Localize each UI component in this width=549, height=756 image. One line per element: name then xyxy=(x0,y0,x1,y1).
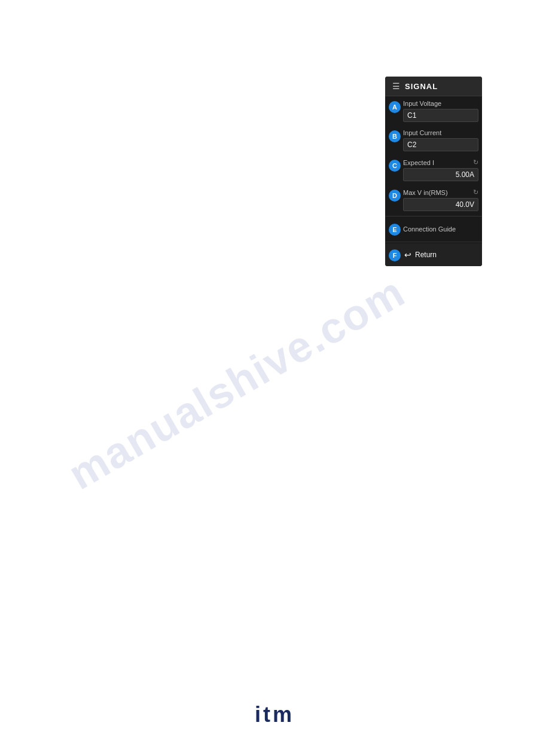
return-label: Return xyxy=(415,251,437,259)
row-b-label-text: Input Current xyxy=(403,129,441,136)
row-c-content: Expected I ↻ 5.00A xyxy=(403,158,478,181)
badge-d: D xyxy=(389,190,401,202)
refresh-icon-c[interactable]: ↻ xyxy=(473,158,478,166)
refresh-icon-d[interactable]: ↻ xyxy=(473,188,478,196)
row-expected-i: C Expected I ↻ 5.00A xyxy=(385,155,482,185)
row-c-input[interactable]: 5.00A xyxy=(403,168,478,181)
row-d-content: Max V in(RMS) ↻ 40.0V xyxy=(403,188,478,211)
divider-2 xyxy=(385,242,482,242)
badge-a: A xyxy=(389,101,401,113)
row-max-v: D Max V in(RMS) ↻ 40.0V xyxy=(385,185,482,215)
itm-logo: itm xyxy=(255,702,294,727)
badge-c: C xyxy=(389,160,401,172)
row-return[interactable]: F ↩ Return xyxy=(385,243,482,266)
row-input-voltage: A Input Voltage C1 xyxy=(385,96,482,126)
row-b-content: Input Current C2 xyxy=(403,129,478,151)
row-b-input[interactable]: C2 xyxy=(403,138,478,151)
watermark: manualshive.com xyxy=(60,267,413,499)
panel-header-title: SIGNAL xyxy=(405,82,438,91)
row-a-content: Input Voltage C1 xyxy=(403,100,478,122)
panel-header: ☰ SIGNAL xyxy=(385,77,482,96)
row-a-label: Input Voltage xyxy=(403,100,478,107)
row-input-current: B Input Current C2 xyxy=(385,126,482,155)
row-a-input[interactable]: C1 xyxy=(403,109,478,122)
row-b-label: Input Current xyxy=(403,129,478,136)
badge-e: E xyxy=(389,224,401,236)
panel-header-icon: ☰ xyxy=(392,81,400,91)
row-c-label-text: Expected I xyxy=(403,159,434,166)
signal-panel: ☰ SIGNAL A Input Voltage C1 B Input Curr… xyxy=(385,77,482,266)
row-connection-guide[interactable]: E Connection Guide xyxy=(385,218,482,240)
row-a-label-text: Input Voltage xyxy=(403,100,441,107)
page-content: manualshive.com ☰ SIGNAL A Input Voltage… xyxy=(0,0,549,756)
row-d-label: Max V in(RMS) ↻ xyxy=(403,188,478,196)
badge-f: F xyxy=(389,249,401,261)
row-d-input[interactable]: 40.0V xyxy=(403,198,478,211)
divider xyxy=(385,216,482,217)
connection-guide-label: Connection Guide xyxy=(403,225,456,233)
return-icon: ↩ xyxy=(404,250,411,260)
badge-b: B xyxy=(389,130,401,142)
row-c-label: Expected I ↻ xyxy=(403,158,478,166)
row-d-label-text: Max V in(RMS) xyxy=(403,189,448,196)
